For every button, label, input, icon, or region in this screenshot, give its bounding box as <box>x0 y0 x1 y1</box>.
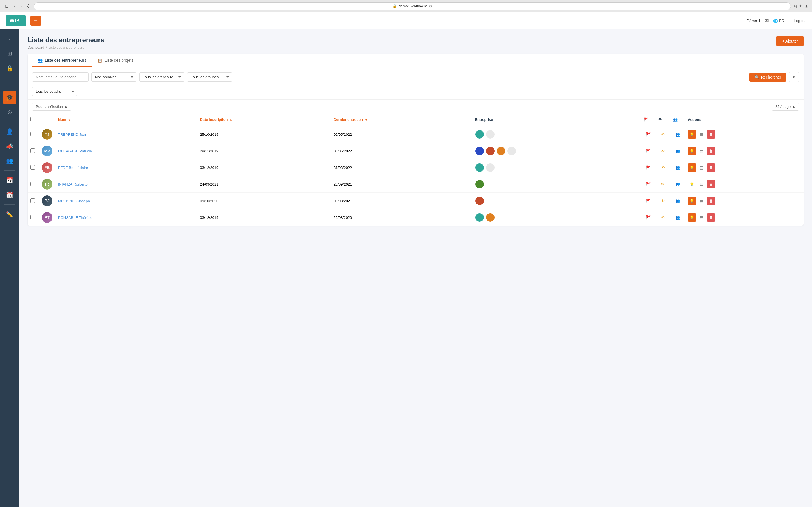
selection-button[interactable]: Pour la sélection ▲ <box>32 103 71 111</box>
entrepreneur-name-6[interactable]: PONSABLE Thérèse <box>58 216 92 220</box>
breadcrumb-home[interactable]: Dashboard <box>28 46 44 50</box>
lightbulb-button-2[interactable]: 💡 <box>688 147 696 155</box>
entrepreneur-name-4[interactable]: INIANZA Rorberto <box>58 182 88 186</box>
refresh-icon[interactable]: ↻ <box>429 4 432 8</box>
header-entretien-col[interactable]: Dernier entretien ▼ <box>331 114 472 126</box>
flag-icon-3[interactable]: 🚩 <box>644 163 653 172</box>
group-icon-2[interactable]: 👥 <box>673 147 682 156</box>
top-bar-left: WIKI ☰ <box>6 15 41 26</box>
delete-button-3[interactable]: 🗑 <box>707 163 715 172</box>
share-icon[interactable]: ⎙ <box>794 3 797 9</box>
archive-button-4[interactable]: ▤ <box>697 180 706 188</box>
main-layout: ‹ ⊞ 🔒 ≡ 🎓 ⊙ 👤 📣 <box>0 29 812 507</box>
archive-button-2[interactable]: ▤ <box>697 147 706 155</box>
group-icon-3[interactable]: 👥 <box>673 163 682 172</box>
row-checkbox-3[interactable] <box>31 165 35 170</box>
mail-icon[interactable]: ✉ <box>765 18 769 23</box>
group-icon-4[interactable]: 👥 <box>673 180 682 189</box>
new-tab-icon[interactable]: + <box>799 3 802 9</box>
eye-icon-2[interactable]: 👁 <box>658 147 667 156</box>
entrepreneur-name-1[interactable]: TREPREND Jean <box>58 132 87 136</box>
entrepreneur-name-5[interactable]: MR. BRICK Joseph <box>58 199 90 203</box>
group-filter[interactable]: Tous les groupes Groupe 1 Groupe 2 <box>187 72 232 82</box>
header-entretien-label: Dernier entretien <box>334 117 363 122</box>
delete-button-4[interactable]: 🗑 <box>707 180 715 188</box>
tab-projects[interactable]: 📋 Liste des projets <box>92 54 139 67</box>
sidebar-item-add-user[interactable]: 👤 <box>3 125 16 138</box>
archive-button-3[interactable]: ▤ <box>697 163 706 172</box>
sidebar-toggle-browser[interactable]: ⊞ <box>3 3 10 9</box>
language-selector[interactable]: 🌐 FR <box>773 18 784 23</box>
entrepreneur-avatar-5: BJ <box>42 195 52 206</box>
eye-icon-6[interactable]: 👁 <box>658 213 667 222</box>
delete-button-5[interactable]: 🗑 <box>707 196 715 205</box>
group-icon-6[interactable]: 👥 <box>673 213 682 222</box>
eye-icon-4[interactable]: 👁 <box>658 180 667 189</box>
per-page-button[interactable]: 25 / page ▲ <box>772 103 799 111</box>
archive-button-6[interactable]: ▤ <box>697 213 706 222</box>
header-nom-col[interactable]: Nom ⇅ <box>55 114 197 126</box>
row-checkbox-4[interactable] <box>31 182 35 186</box>
lightbulb-button-6[interactable]: 💡 <box>688 213 696 222</box>
lightbulb-button-1[interactable]: 💡 <box>688 130 696 138</box>
browser-actions[interactable]: ⎙ + ⊞ <box>794 3 809 9</box>
clear-button[interactable]: ✕ <box>789 72 799 82</box>
sidebar-item-edit[interactable]: ✏️ <box>3 208 16 221</box>
eye-icon-3[interactable]: 👁 <box>658 163 667 172</box>
hamburger-button[interactable]: ☰ <box>31 16 41 25</box>
lightbulb-button-4[interactable]: 💡 <box>688 180 696 188</box>
address-bar[interactable]: 🔒 demo1.wikiflow.io ↻ <box>34 2 791 10</box>
delete-button-6[interactable]: 🗑 <box>707 213 715 222</box>
row-checkbox-1[interactable] <box>31 132 35 136</box>
forward-button[interactable]: › <box>18 3 23 9</box>
sidebar-item-calendar2[interactable]: 📆 <box>3 188 16 202</box>
sidebar-item-users[interactable]: 👥 <box>3 154 16 168</box>
search-input[interactable] <box>32 72 89 82</box>
delete-button-2[interactable]: 🗑 <box>707 147 715 155</box>
wiki-logo: WIKI <box>6 15 26 26</box>
header-date-col[interactable]: Date inscription ⇅ <box>197 114 331 126</box>
back-button[interactable]: ‹ <box>12 3 17 9</box>
lightbulb-button-3[interactable]: 💡 <box>688 163 696 172</box>
entrepreneur-name-2[interactable]: MUTAGARE Patricia <box>58 149 92 153</box>
sidebar-item-dashboard[interactable]: ⊞ <box>3 47 16 60</box>
flag-icon-1[interactable]: 🚩 <box>644 130 653 139</box>
lightbulb-button-5[interactable]: 💡 <box>688 196 696 205</box>
company-logo <box>475 213 485 222</box>
flag-icon-4[interactable]: 🚩 <box>644 180 653 189</box>
archive-filter[interactable]: Non archivés Archivés Tous <box>91 72 137 82</box>
group-icon-1[interactable]: 👥 <box>673 130 682 139</box>
archive-button-5[interactable]: ▤ <box>697 196 706 205</box>
search-button[interactable]: 🔍 Rechercher <box>749 73 786 82</box>
sidebar-item-security[interactable]: 🔒 <box>3 61 16 75</box>
row-checkbox-6[interactable] <box>31 215 35 219</box>
sidebar-item-announcements[interactable]: 📣 <box>3 139 16 153</box>
tab-entrepreneurs[interactable]: 👥 Liste des entrepreneurs <box>32 54 92 67</box>
flag-filter[interactable]: Tous les drapeaux Avec drapeau Sans drap… <box>139 72 185 82</box>
flag-icon-5[interactable]: 🚩 <box>644 196 653 205</box>
add-entrepreneur-button[interactable]: + Ajouter <box>776 36 804 46</box>
browser-nav[interactable]: ⊞ ‹ › <box>3 3 24 9</box>
sidebar-item-back[interactable]: ‹ <box>3 32 16 46</box>
delete-button-1[interactable]: 🗑 <box>707 130 715 138</box>
sidebar-item-list[interactable]: ≡ <box>3 76 16 90</box>
header-group-col: 👥 <box>670 114 685 126</box>
tab-entrepreneurs-icon: 👥 <box>38 58 43 62</box>
archive-button-1[interactable]: ▤ <box>697 130 706 138</box>
entrepreneur-name-3[interactable]: FEDE Beneficiaire <box>58 166 88 170</box>
select-all-checkbox[interactable] <box>31 117 35 121</box>
coach-filter[interactable]: tous les coachs Coach 1 <box>32 87 77 96</box>
eye-icon-1[interactable]: 👁 <box>658 130 667 139</box>
sidebar-item-calendar1[interactable]: 📅 <box>3 173 16 187</box>
flag-icon-6[interactable]: 🚩 <box>644 213 653 222</box>
sidebar-item-tag[interactable]: ⊙ <box>3 105 16 119</box>
sidebar-item-education[interactable]: 🎓 <box>3 91 16 104</box>
row-checkbox-2[interactable] <box>31 149 35 153</box>
logout-button[interactable]: → Log out <box>789 18 806 23</box>
page-title: Liste des entrepreneurs <box>28 36 104 44</box>
group-icon-5[interactable]: 👥 <box>673 196 682 205</box>
eye-icon-5[interactable]: 👁 <box>658 196 667 205</box>
row-checkbox-5[interactable] <box>31 198 35 203</box>
grid-icon[interactable]: ⊞ <box>804 3 809 9</box>
flag-icon-2[interactable]: 🚩 <box>644 147 653 156</box>
